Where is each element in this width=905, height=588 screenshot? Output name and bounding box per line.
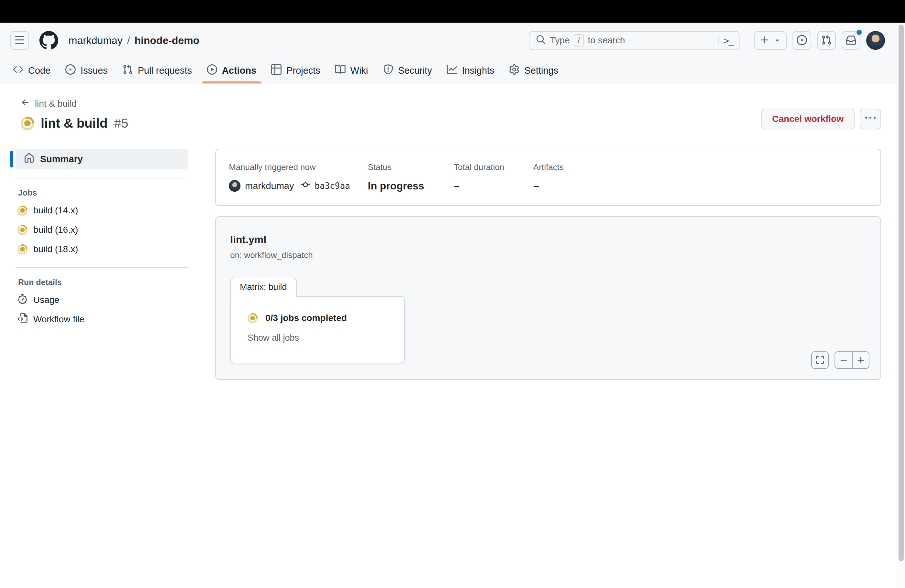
github-logo-icon[interactable] bbox=[40, 31, 58, 50]
plus-icon bbox=[760, 35, 770, 46]
workflow-trigger-line: on: workflow_dispatch bbox=[230, 250, 866, 260]
back-to-workflow-link[interactable]: lint & build bbox=[21, 98, 76, 110]
git-pull-request-icon bbox=[821, 35, 832, 46]
cancel-workflow-button[interactable]: Cancel workflow bbox=[761, 109, 854, 129]
hamburger-menu-button[interactable] bbox=[10, 31, 29, 50]
command-palette-trigger[interactable]: >_ bbox=[718, 35, 733, 46]
duration-label: Total duration bbox=[454, 162, 533, 172]
tab-wiki[interactable]: Wiki bbox=[330, 58, 373, 83]
run-title-block: lint & build lint & build #5 bbox=[21, 98, 128, 130]
stopwatch-icon bbox=[17, 294, 27, 306]
run-actions: Cancel workflow bbox=[761, 109, 881, 129]
node-status-text: 0/3 jobs completed bbox=[265, 313, 347, 323]
arrow-left-icon bbox=[21, 98, 30, 110]
search-icon bbox=[536, 35, 546, 46]
tab-label: Projects bbox=[286, 65, 320, 76]
notifications-wrap bbox=[841, 31, 861, 50]
matrix-group: Matrix: build 0/3 jobs completed Show al… bbox=[230, 278, 866, 363]
inbox-icon bbox=[846, 35, 856, 46]
home-icon bbox=[24, 153, 34, 165]
sidebar-job-item[interactable]: build (18.x) bbox=[17, 240, 188, 259]
page-content: lint & build lint & build #5 Cancel work… bbox=[0, 83, 905, 380]
run-details-heading: Run details bbox=[18, 278, 188, 287]
tab-actions[interactable]: Actions bbox=[202, 58, 262, 83]
sidebar-divider bbox=[16, 178, 188, 178]
run-header: lint & build lint & build #5 Cancel work… bbox=[10, 98, 881, 130]
back-link-label: lint & build bbox=[35, 99, 76, 109]
sidebar-item-label: Usage bbox=[33, 295, 59, 305]
in-progress-status-icon bbox=[17, 245, 27, 254]
artifacts-column: Artifacts – bbox=[533, 162, 564, 192]
search-placeholder: Type / to search bbox=[550, 34, 713, 46]
jobs-list: build (14.x) build (16.x) build (18.x) bbox=[10, 201, 188, 259]
scrollbar-thumb[interactable] bbox=[899, 25, 904, 561]
actor-login[interactable]: markdumay bbox=[245, 181, 294, 191]
sidebar-job-item[interactable]: build (16.x) bbox=[17, 220, 188, 240]
tab-insights[interactable]: Insights bbox=[441, 58, 499, 83]
issue-opened-icon bbox=[797, 35, 807, 46]
kebab-menu-button[interactable] bbox=[860, 109, 881, 129]
breadcrumb-owner[interactable]: markdumay bbox=[68, 35, 122, 46]
file-code-icon bbox=[17, 313, 27, 326]
job-label: build (16.x) bbox=[33, 225, 78, 235]
tab-code[interactable]: Code bbox=[8, 58, 56, 83]
triangle-down-icon bbox=[773, 36, 781, 45]
matrix-job-node[interactable]: 0/3 jobs completed Show all jobs bbox=[230, 296, 405, 363]
tab-label: Actions bbox=[222, 65, 256, 76]
breadcrumb-separator: / bbox=[127, 35, 130, 46]
issue-opened-icon bbox=[65, 64, 76, 77]
in-progress-status-icon bbox=[21, 117, 34, 130]
tab-security[interactable]: Security bbox=[378, 58, 437, 83]
sidebar-item-workflow-file[interactable]: Workflow file bbox=[17, 310, 188, 329]
run-title-row: lint & build #5 bbox=[21, 116, 128, 130]
search-input[interactable]: Type / to search >_ bbox=[529, 31, 740, 50]
search-placeholder-prefix: Type bbox=[550, 35, 570, 46]
run-number: #5 bbox=[114, 116, 129, 130]
commit-sha-link[interactable]: ba3c9aa bbox=[315, 181, 350, 191]
three-bars-icon bbox=[14, 35, 25, 46]
graph-controls: − + bbox=[811, 351, 869, 369]
artifacts-label: Artifacts bbox=[533, 162, 564, 172]
jobs-heading: Jobs bbox=[18, 188, 188, 197]
show-all-jobs-link[interactable]: Show all jobs bbox=[248, 333, 299, 343]
status-label: Status bbox=[368, 162, 454, 172]
gear-icon bbox=[509, 64, 519, 77]
trigger-value: markdumay ba3c9aa bbox=[229, 180, 368, 192]
create-new-button[interactable] bbox=[754, 31, 787, 50]
tab-projects[interactable]: Projects bbox=[266, 58, 325, 83]
page-scrollbar bbox=[897, 22, 905, 588]
code-icon bbox=[13, 64, 23, 77]
tab-label: Security bbox=[398, 65, 432, 76]
tab-label: Code bbox=[28, 65, 51, 76]
tab-issues[interactable]: Issues bbox=[60, 58, 113, 83]
sidebar-item-usage[interactable]: Usage bbox=[17, 290, 188, 310]
sidebar-job-item[interactable]: build (14.x) bbox=[17, 201, 188, 220]
zoom-out-button[interactable]: − bbox=[835, 352, 852, 368]
in-progress-status-icon bbox=[17, 206, 27, 216]
issues-global-button[interactable] bbox=[792, 31, 811, 50]
tab-pull-requests[interactable]: Pull requests bbox=[117, 58, 197, 83]
matrix-tab[interactable]: Matrix: build bbox=[230, 278, 297, 297]
artifacts-value: – bbox=[533, 180, 539, 192]
run-layout: Summary Jobs build (14.x) build (16.x) b… bbox=[10, 149, 881, 380]
run-main: Manually triggered now markdumay ba3c9aa… bbox=[215, 149, 881, 380]
repo-tab-nav: Code Issues Pull requests Actions Projec… bbox=[0, 58, 905, 83]
fullscreen-button[interactable] bbox=[811, 351, 829, 369]
trigger-column: Manually triggered now markdumay ba3c9aa bbox=[229, 162, 368, 192]
run-sidebar: Summary Jobs build (14.x) build (16.x) b… bbox=[10, 149, 188, 329]
tab-settings[interactable]: Settings bbox=[504, 58, 564, 83]
terminal-prompt-icon: >_ bbox=[724, 35, 733, 46]
breadcrumb-repo[interactable]: hinode-demo bbox=[135, 35, 199, 46]
search-placeholder-suffix: to search bbox=[588, 35, 625, 46]
tab-label: Pull requests bbox=[138, 65, 192, 76]
pull-requests-global-button[interactable] bbox=[817, 31, 836, 50]
unread-notification-dot bbox=[856, 29, 863, 36]
zoom-in-button[interactable]: + bbox=[852, 352, 869, 368]
user-avatar[interactable] bbox=[866, 31, 885, 50]
sidebar-item-summary[interactable]: Summary bbox=[16, 149, 188, 169]
top-black-bar bbox=[0, 0, 905, 22]
actor-avatar[interactable] bbox=[229, 180, 240, 192]
job-label: build (14.x) bbox=[33, 205, 78, 216]
status-column: Status In progress bbox=[368, 162, 454, 192]
trigger-label: Manually triggered now bbox=[229, 162, 368, 172]
